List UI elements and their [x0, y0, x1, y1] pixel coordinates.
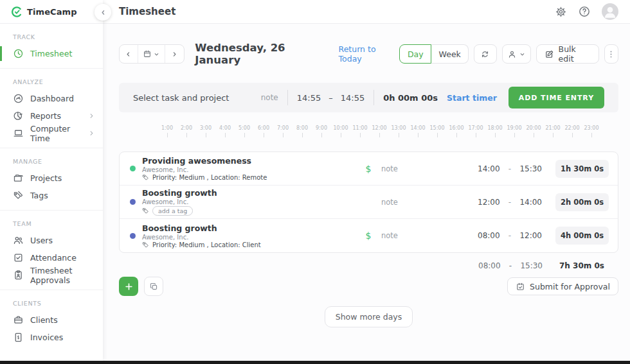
- sidebar-item-label: Timesheet: [30, 49, 72, 58]
- refresh-button[interactable]: [474, 44, 497, 64]
- tag-icon: [142, 207, 149, 214]
- timeline-ruler: 1:00 2:00 3:00 4:00 5:00 6:00: [158, 125, 601, 137]
- entry-title[interactable]: Providing awesomeness: [142, 156, 267, 166]
- return-to-today-link[interactable]: Return to Today: [339, 44, 400, 64]
- hour-label: 18:00: [487, 125, 502, 131]
- add-tag-button[interactable]: add a tag: [152, 206, 193, 216]
- time-entry-row[interactable]: Boosting growth Awesome, Inc. add a tag …: [120, 186, 618, 219]
- hour-label: 8:00: [296, 125, 308, 131]
- entry-end-time[interactable]: 15:30: [519, 164, 542, 173]
- sidebar-item-users[interactable]: Users: [0, 232, 103, 249]
- hour-cell: 22:00: [562, 125, 582, 137]
- date-nav-group: [119, 44, 184, 64]
- hour-label: 23:00: [584, 125, 598, 131]
- brand-logo[interactable]: TimeCamp: [0, 0, 103, 24]
- day-view-button[interactable]: Day: [399, 44, 431, 64]
- entry-note-input[interactable]: note: [381, 231, 478, 240]
- hour-tick: [341, 133, 341, 137]
- entry-start-time[interactable]: 14:00: [478, 164, 500, 173]
- hour-tick: [360, 133, 361, 137]
- entry-client: Awesome, Inc.: [142, 234, 261, 241]
- sidebar-item-timesheet-approvals[interactable]: Timesheet Approvals: [0, 266, 103, 284]
- sidebar-item-attendance[interactable]: Attendance: [0, 249, 103, 266]
- section-label: CLIENTS: [0, 294, 103, 311]
- note-input[interactable]: note: [261, 93, 278, 102]
- next-day-button[interactable]: [165, 45, 184, 63]
- date-toolbar: Wednesday, 26 January Return to Today Da…: [119, 42, 618, 66]
- entry-duration-badge[interactable]: 2h 00m 0s: [555, 193, 609, 211]
- avatar[interactable]: [602, 3, 618, 20]
- week-view-button[interactable]: Week: [431, 44, 469, 64]
- hour-cell: 9:00: [312, 125, 331, 137]
- invoice-icon: [13, 332, 24, 343]
- hour-label: 15:00: [429, 125, 444, 131]
- hour-label: 21:00: [545, 125, 560, 131]
- hour-label: 4:00: [219, 125, 231, 131]
- time-dash: -: [509, 164, 511, 173]
- submit-label: Submit for Approval: [530, 282, 610, 291]
- end-time-input[interactable]: 14:55: [341, 93, 364, 103]
- start-timer-link[interactable]: Start timer: [447, 93, 497, 103]
- hour-cell: 11:00: [350, 125, 370, 137]
- entry-note-input[interactable]: note: [381, 198, 478, 207]
- hour-label: 10:00: [333, 125, 348, 131]
- entry-tags[interactable]: Priority: Medium , Location: Remote: [152, 174, 267, 181]
- more-options-button[interactable]: [604, 44, 619, 64]
- submit-for-approval-button[interactable]: Submit for Approval: [507, 277, 618, 295]
- task-project-select[interactable]: Select task and project: [133, 93, 261, 103]
- entry-end-time[interactable]: 12:00: [519, 231, 542, 240]
- time-entry-row[interactable]: Boosting growth Awesome, Inc. Priority: …: [120, 219, 618, 252]
- show-more-days-button[interactable]: Show more days: [325, 306, 413, 327]
- sidebar-item-reports[interactable]: Reports: [0, 107, 103, 125]
- entry-title[interactable]: Boosting growth: [142, 223, 261, 233]
- entry-tags[interactable]: Priority: Medium , Location: Client: [152, 241, 261, 248]
- entry-start-time[interactable]: 08:00: [478, 231, 500, 240]
- time-entry-row[interactable]: Providing awesomeness Awesome, Inc. Prio…: [120, 152, 618, 186]
- tag-icon: [142, 241, 149, 248]
- add-entry-plus-button[interactable]: [119, 277, 138, 296]
- billable-dollar-icon[interactable]: $: [356, 230, 381, 241]
- user-filter-button[interactable]: [502, 44, 531, 64]
- hour-cell: 18:00: [485, 125, 505, 137]
- gauge-icon: [13, 93, 24, 104]
- calendar-picker-button[interactable]: [138, 45, 165, 63]
- sidebar-item-computer-time[interactable]: Computer Time: [0, 125, 103, 142]
- top-header: Timesheet: [103, 0, 630, 24]
- duplicate-day-button[interactable]: [144, 277, 163, 296]
- entry-note-input[interactable]: note: [381, 164, 478, 173]
- start-time-input[interactable]: 14:55: [297, 93, 321, 103]
- bottom-edge-strip: [0, 361, 630, 364]
- sidebar-collapse-button[interactable]: [94, 4, 111, 21]
- page-title: Timesheet: [119, 6, 176, 17]
- billable-dollar-icon[interactable]: $: [356, 164, 381, 174]
- sidebar-item-tags[interactable]: Tags: [0, 187, 103, 204]
- sidebar-item-dashboard[interactable]: Dashboard: [0, 90, 103, 107]
- time-dash: -: [509, 231, 511, 240]
- project-color-dot: [130, 199, 136, 205]
- help-icon[interactable]: [578, 5, 591, 18]
- hour-label: 20:00: [526, 125, 541, 131]
- section-label: TEAM: [0, 214, 103, 232]
- time-dash: –: [328, 93, 333, 103]
- sidebar-item-timesheet[interactable]: Timesheet: [0, 45, 103, 62]
- hour-label: 7:00: [277, 125, 289, 131]
- hour-tick: [186, 133, 187, 137]
- summary-end-time: 15:30: [520, 261, 543, 270]
- add-time-entry-button[interactable]: ADD TIME ENTRY: [509, 87, 604, 108]
- prev-day-button[interactable]: [120, 45, 138, 63]
- duration-value[interactable]: 0h 00m 00s: [383, 93, 438, 103]
- settings-gear-icon[interactable]: [555, 6, 567, 18]
- entry-duration-badge[interactable]: 1h 30m 0s: [555, 160, 609, 178]
- entry-duration-badge[interactable]: 4h 00m 0s: [555, 227, 609, 245]
- entry-start-time[interactable]: 12:00: [478, 198, 500, 207]
- sidebar-item-clients[interactable]: Clients: [0, 311, 103, 329]
- sidebar-item-projects[interactable]: Projects: [0, 169, 103, 187]
- entry-end-time[interactable]: 14:00: [519, 198, 542, 207]
- hour-tick: [399, 133, 399, 137]
- sidebar-item-invoices[interactable]: Invoices: [0, 329, 103, 346]
- entry-client: Awesome, Inc.: [142, 166, 267, 173]
- entry-title[interactable]: Boosting growth: [142, 188, 217, 198]
- hour-cell: 13:00: [389, 125, 408, 137]
- hour-label: 2:00: [181, 125, 192, 131]
- bulk-edit-button[interactable]: Bulk edit: [536, 44, 599, 64]
